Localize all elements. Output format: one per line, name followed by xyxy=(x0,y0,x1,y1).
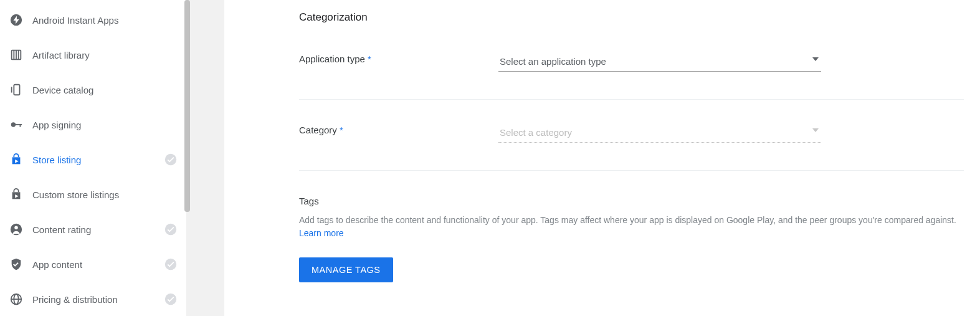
section-title: Categorization xyxy=(299,11,964,24)
select-value: Select a category xyxy=(500,127,572,138)
sidebar-item-app-signing[interactable]: App signing xyxy=(0,107,186,142)
content-gutter xyxy=(187,0,224,316)
sidebar-item-label: Android Instant Apps xyxy=(32,15,178,26)
sidebar-item-custom-store-listings[interactable]: Custom store listings xyxy=(0,177,186,212)
svg-rect-5 xyxy=(14,85,19,95)
check-circle-icon xyxy=(164,292,178,306)
tags-title: Tags xyxy=(299,196,964,206)
person-circle-icon xyxy=(9,222,24,237)
svg-rect-9 xyxy=(20,124,21,127)
learn-more-link[interactable]: Learn more xyxy=(299,228,344,238)
svg-point-13 xyxy=(165,224,176,235)
sidebar-item-artifact-library[interactable]: Artifact library xyxy=(0,37,186,72)
sidebar-item-pricing-distribution[interactable]: Pricing & distribution xyxy=(0,282,186,316)
library-icon xyxy=(9,47,24,62)
tags-description: Add tags to describe the content and fun… xyxy=(299,214,959,240)
sidebar-item-label: App content xyxy=(32,259,164,270)
category-select[interactable]: Select a category xyxy=(498,125,821,143)
key-icon xyxy=(9,117,24,132)
sidebar-item-label: Pricing & distribution xyxy=(32,294,164,305)
device-icon xyxy=(9,82,24,97)
svg-point-14 xyxy=(165,259,176,270)
check-circle-icon xyxy=(164,257,178,271)
bolt-icon xyxy=(9,12,24,27)
svg-rect-8 xyxy=(15,124,22,125)
manage-tags-button[interactable]: MANAGE TAGS xyxy=(299,257,393,282)
scrollbar-thumb[interactable] xyxy=(184,0,190,212)
tags-block: Tags Add tags to describe the content an… xyxy=(299,196,964,282)
sidebar-item-label: Device catalog xyxy=(32,85,178,95)
sidebar-item-label: Custom store listings xyxy=(32,189,178,200)
svg-point-18 xyxy=(165,294,176,305)
sidebar-item-device-catalog[interactable]: Device catalog xyxy=(0,72,186,107)
sidebar-item-app-content[interactable]: App content xyxy=(0,247,186,282)
sidebar-item-label: App signing xyxy=(32,120,178,130)
shop-icon xyxy=(9,152,24,167)
required-marker: * xyxy=(368,54,371,64)
svg-point-7 xyxy=(11,122,16,127)
select-value: Select an application type xyxy=(500,56,606,67)
sidebar-item-label: Store listing xyxy=(32,155,164,165)
required-marker: * xyxy=(340,125,343,135)
sidebar-item-content-rating[interactable]: Content rating xyxy=(0,212,186,247)
category-label: Category* xyxy=(299,125,498,135)
sidebar-item-instant-apps[interactable]: Android Instant Apps xyxy=(0,2,186,37)
main-content: Categorization Application type* Select … xyxy=(224,0,980,316)
chevron-down-icon xyxy=(812,57,819,61)
svg-point-12 xyxy=(14,226,18,230)
sidebar-item-label: Content rating xyxy=(32,224,164,235)
application-type-label: Application type* xyxy=(299,54,498,64)
svg-point-10 xyxy=(165,154,176,165)
sidebar: Android Instant Apps Artifact library De… xyxy=(0,0,187,316)
form-row-application-type: Application type* Select an application … xyxy=(299,54,964,100)
shield-icon xyxy=(9,257,24,272)
check-circle-icon xyxy=(164,153,178,166)
sidebar-item-label: Artifact library xyxy=(32,50,178,60)
globe-icon xyxy=(9,292,24,307)
form-row-category: Category* Select a category xyxy=(299,125,964,171)
application-type-select[interactable]: Select an application type xyxy=(498,54,821,72)
shop-alt-icon xyxy=(9,187,24,202)
check-circle-icon xyxy=(164,223,178,236)
sidebar-item-store-listing[interactable]: Store listing xyxy=(0,142,186,177)
chevron-down-icon xyxy=(812,128,819,132)
